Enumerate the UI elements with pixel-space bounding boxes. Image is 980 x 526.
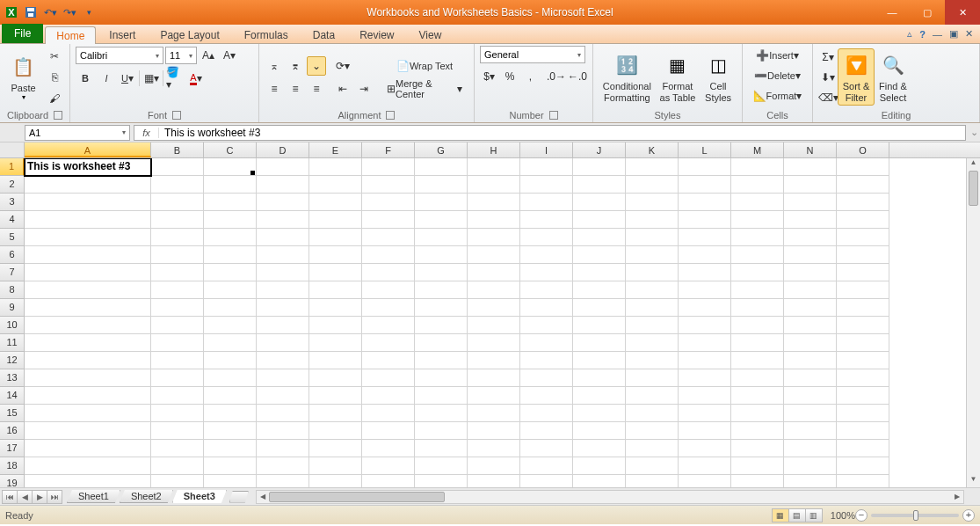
cell-K14[interactable] [626, 387, 679, 405]
cell-H17[interactable] [468, 440, 520, 457]
help-icon[interactable]: ? [918, 27, 927, 41]
cell-A16[interactable] [25, 422, 151, 440]
row-header-9[interactable]: 9 [0, 299, 25, 317]
cell-O2[interactable] [837, 176, 889, 194]
select-all-button[interactable] [0, 142, 25, 158]
cell-H11[interactable] [468, 334, 520, 352]
cell-L2[interactable] [679, 176, 731, 194]
cell-B10[interactable] [151, 317, 204, 334]
cell-A17[interactable] [25, 440, 151, 457]
cell-M10[interactable] [731, 317, 784, 334]
cell-K3[interactable] [626, 194, 679, 211]
cell-K13[interactable] [626, 369, 679, 387]
zoom-value[interactable]: 100% [831, 510, 855, 521]
cell-E14[interactable] [309, 387, 362, 405]
cell-K5[interactable] [626, 229, 679, 246]
cell-C3[interactable] [204, 194, 257, 211]
save-icon[interactable] [23, 4, 39, 20]
file-tab[interactable]: File [2, 24, 43, 43]
cell-D19[interactable] [257, 475, 309, 487]
cell-E19[interactable] [309, 475, 362, 487]
cell-K7[interactable] [626, 264, 679, 281]
cell-H8[interactable] [468, 281, 520, 299]
cell-B15[interactable] [151, 405, 204, 422]
cell-G3[interactable] [415, 194, 468, 211]
cell-H16[interactable] [468, 422, 520, 440]
cut-button[interactable]: ✂ [45, 47, 64, 66]
column-header-G[interactable]: G [415, 142, 468, 157]
fill-button[interactable]: ⬇▾ [818, 68, 838, 87]
cell-L15[interactable] [679, 405, 731, 422]
cell-B9[interactable] [151, 299, 204, 317]
row-header-16[interactable]: 16 [0, 422, 25, 440]
cell-L10[interactable] [679, 317, 731, 334]
clear-button[interactable]: ⌫▾ [818, 88, 838, 107]
cell-I10[interactable] [520, 317, 573, 334]
column-header-B[interactable]: B [151, 142, 204, 157]
next-sheet-button[interactable]: ▶ [32, 490, 47, 504]
cell-M15[interactable] [731, 405, 784, 422]
cell-E9[interactable] [309, 299, 362, 317]
cell-I9[interactable] [520, 299, 573, 317]
row-header-14[interactable]: 14 [0, 387, 25, 405]
sheet-tab-sheet1[interactable]: Sheet1 [67, 490, 120, 503]
cell-N4[interactable] [784, 211, 837, 229]
cell-M18[interactable] [731, 457, 784, 475]
tab-data[interactable]: Data [301, 26, 346, 43]
border-button[interactable]: ▦▾ [142, 69, 161, 88]
cell-F14[interactable] [362, 387, 415, 405]
cell-D14[interactable] [257, 387, 309, 405]
maximize-button[interactable]: ▢ [910, 0, 945, 25]
cell-L9[interactable] [679, 299, 731, 317]
cell-A18[interactable] [25, 457, 151, 475]
cell-B11[interactable] [151, 334, 204, 352]
cell-B12[interactable] [151, 352, 204, 369]
cell-K11[interactable] [626, 334, 679, 352]
alignment-launcher[interactable] [386, 111, 395, 120]
close-button[interactable]: ✕ [945, 0, 980, 25]
cell-K12[interactable] [626, 352, 679, 369]
cell-G4[interactable] [415, 211, 468, 229]
cell-J15[interactable] [573, 405, 626, 422]
zoom-out-button[interactable]: − [855, 509, 867, 522]
column-header-O[interactable]: O [837, 142, 889, 157]
italic-button[interactable]: I [97, 69, 116, 88]
normal-view-button[interactable]: ▦ [772, 508, 789, 522]
cell-A5[interactable] [25, 229, 151, 246]
cell-E18[interactable] [309, 457, 362, 475]
cell-B19[interactable] [151, 475, 204, 487]
cell-D10[interactable] [257, 317, 309, 334]
scroll-down-icon[interactable]: ▼ [967, 475, 980, 487]
cell-K1[interactable] [626, 158, 679, 176]
first-sheet-button[interactable]: ⏮ [2, 490, 18, 504]
cell-K16[interactable] [626, 422, 679, 440]
cell-F8[interactable] [362, 281, 415, 299]
cell-L6[interactable] [679, 246, 731, 264]
cell-H14[interactable] [468, 387, 520, 405]
cell-O1[interactable] [837, 158, 889, 176]
column-header-E[interactable]: E [309, 142, 362, 157]
cell-A12[interactable] [25, 352, 151, 369]
cell-D16[interactable] [257, 422, 309, 440]
fill-color-button[interactable]: 🪣▾ [165, 69, 185, 88]
tab-insert[interactable]: Insert [98, 26, 147, 43]
cell-L11[interactable] [679, 334, 731, 352]
cell-N12[interactable] [784, 352, 837, 369]
excel-icon[interactable]: X [4, 4, 19, 20]
cell-J11[interactable] [573, 334, 626, 352]
cell-J8[interactable] [573, 281, 626, 299]
minimize-button[interactable]: — [875, 0, 910, 25]
cell-G17[interactable] [415, 440, 468, 457]
cell-N8[interactable] [784, 281, 837, 299]
cell-C1[interactable] [204, 158, 257, 176]
cell-C14[interactable] [204, 387, 257, 405]
cell-F19[interactable] [362, 475, 415, 487]
cell-J16[interactable] [573, 422, 626, 440]
column-header-A[interactable]: A [25, 142, 151, 157]
cell-E16[interactable] [309, 422, 362, 440]
column-header-H[interactable]: H [468, 142, 520, 157]
cell-M5[interactable] [731, 229, 784, 246]
cell-B7[interactable] [151, 264, 204, 281]
cell-C12[interactable] [204, 352, 257, 369]
cell-C10[interactable] [204, 317, 257, 334]
